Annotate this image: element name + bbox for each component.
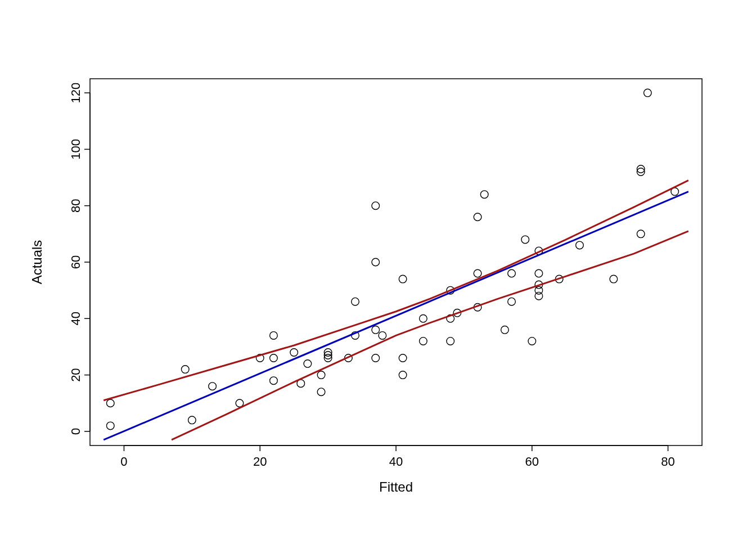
x-tick-label: 60 <box>525 454 539 469</box>
y-axis-label: Actuals <box>29 240 44 285</box>
data-point <box>508 298 516 305</box>
upper-ci-line <box>104 181 688 400</box>
data-point <box>420 315 428 323</box>
data-point <box>372 326 380 334</box>
data-point <box>188 416 196 424</box>
data-point <box>528 338 536 345</box>
data-point <box>372 202 380 210</box>
data-point <box>181 366 189 374</box>
y-tick-label: 0 <box>69 428 83 435</box>
data-point <box>209 382 217 390</box>
lower-ci-line <box>172 231 688 440</box>
data-point <box>474 213 482 221</box>
y-tick-label: 100 <box>69 139 83 160</box>
fit-line <box>104 192 688 440</box>
x-tick-label: 80 <box>661 454 674 469</box>
y-tick-label: 20 <box>69 368 83 381</box>
y-tick-label: 120 <box>69 83 83 104</box>
data-point <box>106 422 114 430</box>
data-point <box>270 332 278 340</box>
data-point <box>474 269 482 277</box>
data-point <box>372 354 380 362</box>
data-point <box>270 354 278 362</box>
data-point <box>352 298 359 305</box>
data-point <box>480 191 488 199</box>
data-point <box>317 371 325 379</box>
data-point <box>379 332 386 340</box>
data-point <box>304 360 312 368</box>
x-tick-label: 20 <box>253 454 267 469</box>
data-point <box>270 377 278 385</box>
data-point <box>290 349 298 357</box>
plot-area <box>104 89 688 440</box>
y-tick-label: 80 <box>69 199 83 212</box>
x-tick-label: 40 <box>389 454 403 469</box>
data-point <box>644 89 651 97</box>
data-point <box>420 338 428 345</box>
data-point <box>576 241 584 249</box>
y-axis: 020406080100120 <box>69 83 90 435</box>
data-point <box>372 258 380 266</box>
data-point <box>637 230 645 238</box>
y-tick-label: 40 <box>69 312 83 325</box>
data-point <box>610 275 618 283</box>
y-tick-label: 60 <box>69 255 83 269</box>
data-point <box>106 399 114 407</box>
data-point <box>399 371 407 379</box>
data-point <box>399 354 407 362</box>
data-point <box>501 326 509 334</box>
data-point <box>399 275 407 283</box>
data-point <box>317 388 325 396</box>
data-point <box>508 269 516 277</box>
data-point <box>447 338 454 345</box>
x-axis-label: Fitted <box>379 479 413 494</box>
x-tick-label: 0 <box>120 454 127 469</box>
data-point <box>521 236 529 244</box>
x-axis: 020406080 <box>120 446 674 469</box>
data-point <box>535 269 543 277</box>
